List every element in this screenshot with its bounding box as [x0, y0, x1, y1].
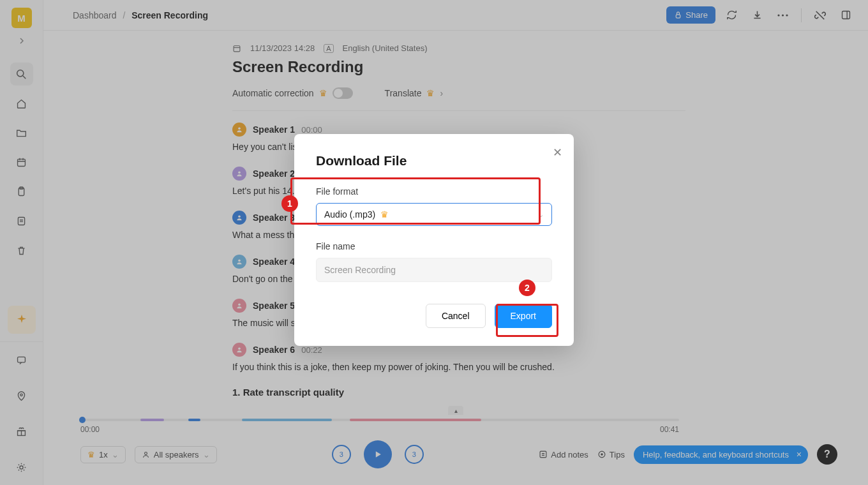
- filename-label: File name: [316, 241, 552, 251]
- format-label: File format: [316, 186, 552, 197]
- modal-title: Download File: [316, 153, 552, 168]
- file-format-select[interactable]: Audio (.mp3) ♛ ⌄: [316, 203, 552, 226]
- crown-icon: ♛: [380, 209, 389, 220]
- modal-close-icon[interactable]: ✕: [553, 146, 562, 160]
- download-modal: Download File ✕ File format Audio (.mp3)…: [294, 134, 574, 346]
- filename-input[interactable]: Screen Recording: [316, 258, 552, 282]
- chevron-down-icon: ⌄: [538, 211, 544, 219]
- export-button[interactable]: Export: [495, 304, 552, 328]
- cancel-button[interactable]: Cancel: [426, 304, 486, 328]
